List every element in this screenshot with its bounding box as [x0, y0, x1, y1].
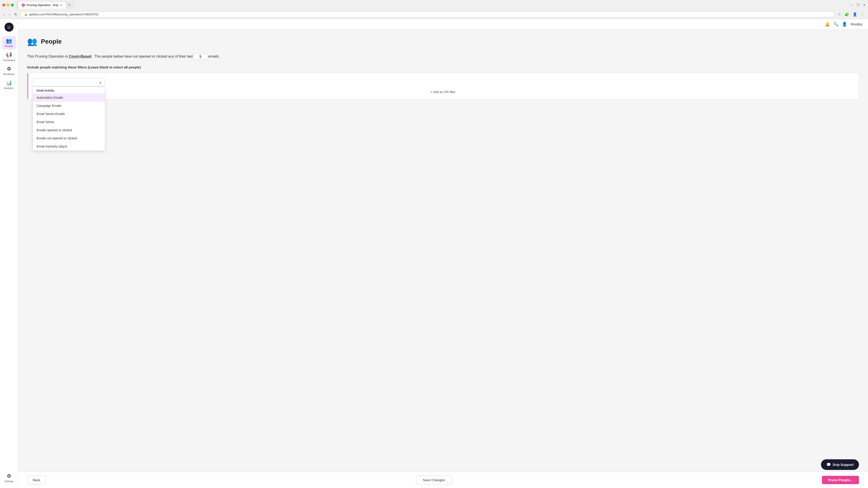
add-or-filter-btn[interactable]: + Add an OR filter — [431, 90, 456, 94]
browser-addressbar: ‹ › ↻ 🔒 getdrip.com/7641396/pruning_oper… — [0, 10, 868, 19]
back-button[interactable]: Back — [27, 476, 46, 484]
page-title: People — [41, 38, 62, 45]
analytics-icon: 📊 — [6, 80, 12, 86]
desc-part3: emails. — [208, 55, 220, 58]
window-collapse[interactable]: — — [850, 3, 853, 7]
workflows-icon: ⚙ — [7, 66, 11, 72]
header-user[interactable]: Moodjoy — [850, 22, 863, 26]
people-label: People — [5, 45, 13, 47]
sidebar: ☺ 👥 People 📢 Campaigns ⚙ Workflows 📊 Ana… — [0, 19, 18, 488]
dropdown-item-campaign-emails[interactable]: Campaign Emails — [33, 102, 105, 110]
bookmark-btn[interactable]: ☆ — [837, 11, 842, 18]
page-header: 👥 People — [27, 37, 859, 46]
sidebar-logo: ☺ — [4, 23, 13, 32]
back-nav-btn[interactable]: ‹ — [3, 11, 6, 18]
logo-icon[interactable]: ☺ — [4, 23, 13, 32]
dropdown-item-automation-emails[interactable]: Automation Emails — [33, 94, 105, 102]
chevron-up-icon: ▲ — [99, 81, 102, 84]
extensions-btn[interactable]: 🧩 — [844, 11, 850, 18]
browser-titlebar: ● Pruning Operation · Drip ✕ + — ❐ ✕ — [0, 0, 868, 10]
sidebar-item-analytics[interactable]: 📊 Analytics — [2, 78, 16, 91]
chat-icon: 💬 — [827, 462, 831, 467]
count-based-link[interactable]: Count-Based — [69, 55, 92, 58]
dropdown-item-emails-opened[interactable]: Emails opened or clicked — [33, 126, 105, 134]
dropdown-item-emails-not-opened[interactable]: Emails not opened or clicked — [33, 134, 105, 142]
sidebar-bottom: ⚙ Settings — [2, 471, 16, 484]
address-bar[interactable]: 🔒 getdrip.com/7641396/pruning_operations… — [20, 11, 835, 18]
profile-btn[interactable]: 👤 — [852, 11, 858, 18]
description-text: This Pruning Operation is Count-Based . … — [27, 54, 859, 60]
filter-container: ▲ Email Activity Automation Emails Campa… — [27, 73, 859, 99]
page-body: 👥 People This Pruning Operation is Count… — [18, 30, 868, 472]
browser-chrome: ● Pruning Operation · Drip ✕ + — ❐ ✕ ‹ ›… — [0, 0, 868, 19]
search-btn[interactable]: 🔍 — [833, 22, 838, 27]
people-icon: 👥 — [6, 38, 12, 44]
sidebar-item-workflows[interactable]: ⚙ Workflows — [2, 64, 16, 77]
dropdown-item-email-series[interactable]: Email Series — [33, 118, 105, 126]
notification-btn[interactable]: 🔔 — [825, 22, 830, 27]
desc-part2: . The people below have not opened or cl… — [92, 55, 193, 58]
forward-nav-btn[interactable]: › — [8, 11, 11, 18]
dropdown-item-email-series-emails[interactable]: Email Series Emails — [33, 110, 105, 118]
main-content: 🔔 🔍 👤 Moodjoy 👥 People This Pruning Oper… — [18, 19, 868, 488]
browser-actions: ☆ 🧩 👤 ⋮ — [837, 11, 865, 18]
desc-part1: This Pruning Operation is — [27, 55, 68, 58]
sidebar-item-people[interactable]: 👥 People — [2, 36, 16, 49]
sidebar-item-campaigns[interactable]: 📢 Campaigns — [2, 50, 16, 63]
close-btn[interactable] — [2, 4, 5, 6]
app-layout: ☺ 👥 People 📢 Campaigns ⚙ Workflows 📊 Ana… — [0, 19, 868, 488]
tab-close-btn[interactable]: ✕ — [60, 4, 62, 7]
workflows-label: Workflows — [3, 73, 15, 75]
settings-icon: ⚙ — [7, 473, 11, 479]
reload-btn[interactable]: ↻ — [13, 11, 18, 18]
filter-dropdown-wrapper: ▲ Email Activity Automation Emails Campa… — [33, 78, 105, 87]
save-changes-button[interactable]: Save Changes — [416, 476, 452, 484]
dropdown-item-email-inactivity[interactable]: Email inactivity (days) — [33, 142, 105, 151]
minimize-btn[interactable] — [6, 4, 9, 6]
window-restore[interactable]: ❐ — [857, 3, 860, 7]
page-icon: 👥 — [27, 37, 37, 46]
drip-support-button[interactable]: 💬 Drip Support — [821, 459, 859, 470]
maximize-btn[interactable] — [11, 4, 14, 6]
settings-label: Settings — [4, 480, 13, 483]
filter-label: Include people matching these filters (L… — [27, 65, 859, 69]
bottom-bar: Back Save Changes Prune People... — [18, 472, 868, 488]
campaigns-label: Campaigns — [3, 59, 16, 61]
menu-btn[interactable]: ⋮ — [860, 11, 865, 18]
sidebar-item-settings[interactable]: ⚙ Settings — [2, 471, 16, 484]
window-controls: — ❐ ✕ — [850, 3, 866, 7]
dropdown-group-header: Email Activity — [33, 87, 105, 94]
analytics-label: Analytics — [4, 87, 14, 90]
tab-favicon: ● — [22, 4, 25, 7]
user-name: Moodjoy — [850, 22, 863, 26]
tab-bar: ● Pruning Operation · Drip ✕ + — [16, 1, 74, 8]
filter-dropdown-trigger[interactable]: ▲ — [33, 78, 105, 87]
drip-support-label: Drip Support — [833, 463, 854, 466]
lock-icon: 🔒 — [24, 13, 28, 16]
tab-title: Pruning Operation · Drip — [27, 3, 58, 7]
campaigns-icon: 📢 — [6, 52, 12, 58]
url-text: getdrip.com/7641396/pruning_operations/7… — [29, 13, 98, 16]
dropdown-scroll[interactable]: Email Activity Automation Emails Campaig… — [33, 87, 105, 151]
new-tab-button[interactable]: + — [66, 2, 72, 8]
filter-dropdown-menu: Email Activity Automation Emails Campaig… — [33, 87, 105, 151]
browser-controls — [2, 4, 14, 6]
user-profile-icon-btn[interactable]: 👤 — [842, 22, 847, 27]
browser-tab[interactable]: ● Pruning Operation · Drip ✕ — [18, 1, 66, 8]
count-input[interactable] — [194, 54, 207, 60]
top-header: 🔔 🔍 👤 Moodjoy — [18, 19, 868, 30]
window-close[interactable]: ✕ — [863, 3, 866, 7]
or-filter-row: + Add an OR filter — [33, 90, 853, 94]
prune-people-button[interactable]: Prune People... — [822, 476, 859, 484]
